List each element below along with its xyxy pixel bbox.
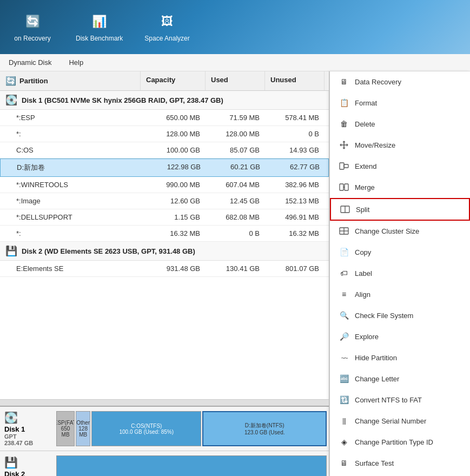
disk1-vis-partitions: ESP(FAT. 650 MB (Other) 128 MB C:OS(NTFS…: [54, 409, 329, 448]
align-icon: ≡: [339, 289, 349, 300]
move-resize-icon: [339, 140, 349, 150]
convert-ntfs-icon: 🔃: [339, 394, 349, 405]
menu-split[interactable]: Split: [330, 198, 470, 221]
col-capacity: Capacity: [141, 71, 206, 90]
vis-part-elements[interactable]: [56, 455, 327, 476]
benchmark-label: Disk Benchmark: [76, 35, 123, 42]
nav-space-analyzer[interactable]: 🖼 Space Analyzer: [144, 12, 189, 42]
menu-surface-test[interactable]: 🖥 Surface Test: [330, 453, 470, 474]
vis-part-esp[interactable]: ESP(FAT. 650 MB: [56, 411, 75, 446]
nav-benchmark[interactable]: 📊 Disk Benchmark: [76, 12, 123, 42]
table-row[interactable]: E:Elements SE 931.48 GB 130.41 GB 801.07…: [0, 261, 329, 277]
refresh-icon[interactable]: 🔄: [5, 76, 16, 86]
table-row[interactable]: C:OS 100.00 GB 85.07 GB 14.93 GB: [0, 142, 329, 158]
change-type-label: Change Partition Type ID: [355, 438, 461, 446]
col-unused: Unused: [265, 71, 325, 90]
disk-visualizer: 💽 Disk 1 GPT 238.47 GB ESP(FAT. 650 MB (…: [0, 406, 329, 476]
menu-change-letter[interactable]: 🔤 Change Letter: [330, 368, 470, 389]
delete-label: Delete: [355, 120, 461, 128]
copy-icon: 📄: [339, 247, 349, 257]
menu-change-cluster[interactable]: Change Cluster Size: [330, 221, 470, 242]
menu-format[interactable]: 📋 Format: [330, 92, 470, 114]
nav-recovery[interactable]: 🔄 on Recovery: [11, 12, 54, 42]
disk1-icon: 💽: [5, 94, 17, 106]
menu-label[interactable]: 🏷 Label: [330, 263, 470, 284]
table-row[interactable]: *:DELLSUPPORT 1.15 GB 682.08 MB 496.91 M…: [0, 209, 329, 226]
format-label: Format: [355, 99, 461, 107]
surface-test-icon: 🖥: [339, 458, 349, 468]
menu-delete[interactable]: 🗑 Delete: [330, 114, 470, 135]
toolbar: Dynamic Disk Help: [0, 54, 470, 71]
disk1-vis-icon: 💽: [4, 411, 50, 424]
menu-copy[interactable]: 📄 Copy: [330, 242, 470, 263]
main-container: 🔄 Partition Capacity Used Unused 💽 Disk …: [0, 71, 470, 476]
menu-change-type[interactable]: ◈ Change Partition Type ID: [330, 432, 470, 453]
table-row[interactable]: *: 128.00 MB 128.00 MB 0 B: [0, 126, 329, 142]
svg-rect-3: [345, 184, 348, 190]
label-label: Label: [355, 269, 461, 277]
convert-ntfs-label: Convert NTFS to FAT: [355, 396, 461, 404]
table-row-selected[interactable]: D:新加卷 122.98 GB 60.21 GB 62.77 GB: [0, 158, 329, 177]
format-icon: 📋: [339, 97, 349, 108]
menu-move-resize[interactable]: Move/Resize: [330, 135, 470, 156]
copy-label: Copy: [355, 248, 461, 256]
move-resize-label: Move/Resize: [355, 141, 461, 149]
col-used: Used: [206, 71, 265, 90]
align-label: Align: [355, 290, 461, 299]
menu-hide-partition[interactable]: ~~ Hide Partition: [330, 347, 470, 368]
explore-icon: 🔎: [339, 331, 349, 342]
left-panel: 🔄 Partition Capacity Used Unused 💽 Disk …: [0, 71, 329, 476]
recovery-icon: 🔄: [23, 12, 42, 31]
col-partition: 🔄 Partition: [0, 71, 141, 90]
disk2-vis-icon: 💾: [4, 456, 50, 469]
disk2-vis-partitions: [54, 453, 329, 476]
hide-partition-label: Hide Partition: [355, 354, 461, 362]
menu-extend[interactable]: Extend: [330, 156, 470, 177]
menu-check-fs[interactable]: 🔍 Check File System: [330, 305, 470, 326]
disk1-header: 💽 Disk 1 (BC501 NVMe SK hynix 256GB RAID…: [0, 91, 329, 110]
change-serial-icon: |||: [339, 415, 349, 426]
space-analyzer-label: Space Analyzer: [144, 35, 189, 42]
data-recovery-label: Data Recovery: [355, 78, 461, 86]
data-recovery-icon: 🖥: [339, 76, 349, 87]
hide-partition-icon: ~~: [339, 352, 349, 363]
menu-wipe[interactable]: ◇ Wipe Partition: [330, 474, 470, 476]
merge-label: Merge: [355, 183, 461, 191]
change-letter-label: Change Letter: [355, 375, 461, 383]
partition-table: 🔄 Partition Capacity Used Unused 💽 Disk …: [0, 71, 329, 399]
split-label: Split: [356, 206, 460, 214]
split-icon: [340, 204, 350, 215]
vis-part-d[interactable]: D:新加卷(NTFS) 123.0 GB (Used.: [202, 411, 327, 446]
svg-rect-2: [340, 184, 343, 190]
menu-merge[interactable]: Merge: [330, 177, 470, 198]
svg-rect-0: [340, 163, 344, 169]
disk1-vis-label: 💽 Disk 1 GPT 238.47 GB: [0, 409, 54, 448]
extend-label: Extend: [355, 162, 461, 170]
check-fs-label: Check File System: [355, 312, 461, 320]
table-row[interactable]: *:WINRETOOLS 990.00 MB 607.04 MB 382.96 …: [0, 177, 329, 193]
menu-data-recovery[interactable]: 🖥 Data Recovery: [330, 71, 470, 92]
change-serial-label: Change Serial Number: [355, 417, 461, 425]
table-row[interactable]: *:Image 12.60 GB 12.45 GB 152.13 MB: [0, 193, 329, 209]
svg-rect-1: [344, 164, 348, 168]
vis-part-cos[interactable]: C:OS(NTFS) 100.0 GB (Used: 85%): [91, 411, 201, 446]
menu-explore[interactable]: 🔎 Explore: [330, 326, 470, 347]
disk2-icon: 💾: [5, 245, 17, 257]
vis-part-other[interactable]: (Other) 128 MB: [76, 411, 90, 446]
scrollbar-horizontal[interactable]: [0, 399, 329, 406]
benchmark-icon: 📊: [90, 12, 109, 31]
explore-label: Explore: [355, 333, 461, 341]
label-icon: 🏷: [339, 268, 349, 279]
disk2-header: 💾 Disk 2 (WD Elements SE 2623 USB, GPT, …: [0, 242, 329, 261]
change-cluster-label: Change Cluster Size: [355, 227, 461, 235]
table-row[interactable]: *: 16.32 MB 0 B 16.32 MB: [0, 226, 329, 242]
menu-align[interactable]: ≡ Align: [330, 284, 470, 305]
surface-test-label: Surface Test: [355, 459, 461, 467]
change-cluster-icon: [339, 226, 349, 236]
menu-convert-ntfs[interactable]: 🔃 Convert NTFS to FAT: [330, 389, 470, 411]
toolbar-help[interactable]: Help: [65, 56, 87, 69]
disk1-vis-row: 💽 Disk 1 GPT 238.47 GB ESP(FAT. 650 MB (…: [0, 407, 329, 451]
menu-change-serial[interactable]: ||| Change Serial Number: [330, 411, 470, 432]
table-row[interactable]: *:ESP 650.00 MB 71.59 MB 578.41 MB: [0, 110, 329, 126]
toolbar-dynamic-disk[interactable]: Dynamic Disk: [5, 56, 55, 69]
